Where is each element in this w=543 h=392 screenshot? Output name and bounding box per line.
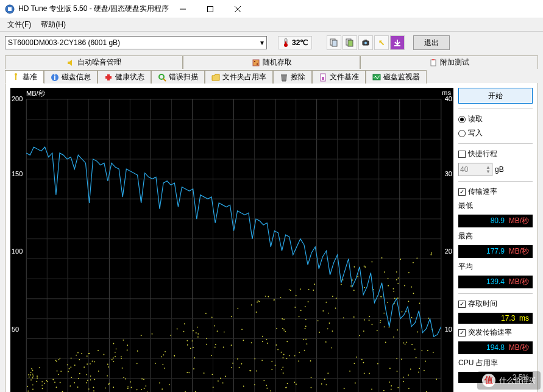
write-radio[interactable]: 写入: [458, 128, 533, 138]
svg-point-390: [213, 387, 214, 388]
svg-point-287: [232, 363, 233, 364]
tab-health[interactable]: 健康状态: [98, 70, 151, 84]
menu-file[interactable]: 文件(F): [2, 18, 36, 31]
tab-extra[interactable]: 附加测试: [360, 55, 538, 69]
svg-point-177: [58, 374, 59, 375]
transfer-rate-checkbox[interactable]: ✓传输速率: [458, 187, 533, 197]
svg-point-360: [391, 385, 392, 387]
tab-monitor[interactable]: 磁盘监视器: [366, 70, 427, 84]
svg-point-108: [77, 352, 79, 354]
tab-folder[interactable]: 文件夹占用率: [205, 70, 273, 84]
svg-point-163: [115, 356, 116, 357]
svg-point-180: [275, 365, 276, 366]
access-time-checkbox[interactable]: ✓存取时间: [458, 299, 533, 309]
svg-point-456: [408, 272, 410, 273]
burst-rate-checkbox[interactable]: ✓突发传输速率: [458, 327, 533, 338]
svg-point-207: [105, 387, 106, 388]
short-stroke-checkbox[interactable]: 快捷行程: [458, 149, 533, 159]
svg-point-243: [88, 388, 90, 390]
speaker-icon: [66, 59, 75, 67]
svg-point-428: [304, 350, 305, 351]
svg-point-88: [164, 368, 165, 369]
svg-point-190: [107, 376, 108, 377]
svg-point-99: [42, 388, 43, 389]
svg-point-285: [311, 387, 312, 388]
svg-point-448: [389, 368, 391, 369]
svg-point-212: [325, 302, 327, 303]
svg-point-305: [29, 377, 30, 378]
svg-point-358: [206, 344, 207, 345]
svg-point-412: [92, 361, 93, 362]
svg-point-187: [41, 381, 43, 382]
svg-point-128: [159, 382, 160, 383]
tab-random[interactable]: 随机存取: [183, 55, 361, 69]
svg-point-160: [94, 379, 95, 380]
chevron-down-icon: ▾: [260, 38, 264, 47]
close-button[interactable]: [224, 0, 251, 18]
svg-point-271: [364, 287, 365, 288]
svg-point-107: [193, 347, 194, 348]
svg-point-83: [329, 323, 330, 324]
svg-rect-3: [207, 6, 213, 12]
svg-point-361: [257, 302, 258, 303]
svg-point-159: [290, 290, 291, 291]
svg-point-417: [404, 285, 405, 287]
svg-point-245: [336, 298, 337, 299]
checkbox-icon: ✓: [458, 301, 466, 308]
temperature-display: 32℃: [278, 36, 312, 49]
tab-filebench[interactable]: 文件基准: [312, 70, 366, 84]
svg-point-176: [263, 380, 264, 381]
svg-point-450: [305, 339, 307, 340]
exit-button[interactable]: 退出: [413, 35, 450, 50]
svg-point-211: [314, 283, 315, 285]
svg-point-93: [335, 308, 336, 309]
svg-point-106: [305, 319, 307, 320]
copy-info-icon[interactable]: [327, 35, 341, 50]
avg-value: 139.4 MB/秒: [458, 276, 533, 288]
svg-point-104: [104, 354, 105, 355]
menu-help[interactable]: 帮助(H): [36, 18, 71, 31]
dice-icon: [252, 59, 260, 67]
tab-erase[interactable]: 擦除: [273, 70, 312, 84]
svg-point-69: [294, 307, 296, 308]
svg-point-213: [322, 310, 324, 312]
read-radio[interactable]: 读取: [458, 114, 533, 124]
svg-point-206: [285, 331, 286, 332]
svg-point-142: [112, 359, 113, 360]
svg-point-377: [319, 332, 320, 333]
save-icon[interactable]: [390, 35, 405, 50]
svg-point-101: [289, 289, 290, 290]
minimize-button[interactable]: [169, 0, 196, 18]
svg-point-354: [55, 360, 56, 361]
svg-point-171: [184, 323, 185, 324]
svg-point-279: [145, 385, 146, 387]
save-screenshot-icon[interactable]: [358, 35, 373, 50]
svg-point-275: [220, 378, 221, 379]
drive-select[interactable]: ST6000DM003-2CY186 (6001 gB) ▾: [5, 36, 267, 49]
tab-info[interactable]: i磁盘信息: [44, 70, 98, 84]
options-icon[interactable]: [374, 35, 389, 50]
svg-point-119: [389, 382, 390, 383]
svg-text:i: i: [54, 73, 55, 82]
svg-point-307: [381, 296, 382, 298]
svg-point-350: [78, 378, 79, 379]
svg-point-219: [353, 316, 355, 318]
svg-point-244: [56, 387, 57, 388]
monitor-icon: [372, 73, 381, 82]
tab-errorscan[interactable]: 错误扫描: [151, 70, 205, 84]
svg-point-231: [397, 371, 398, 372]
svg-point-280: [305, 328, 306, 329]
svg-rect-20: [431, 60, 436, 66]
short-stroke-spinner[interactable]: 40▲▼: [458, 163, 492, 176]
svg-point-144: [155, 363, 156, 364]
start-button[interactable]: 开始: [458, 88, 533, 104]
checkbox-icon: ✓: [458, 188, 466, 196]
svg-point-376: [371, 262, 372, 263]
maximize-button[interactable]: [196, 0, 224, 18]
copy-screenshot-icon[interactable]: [342, 35, 357, 50]
tab-benchmark[interactable]: 基准: [5, 70, 44, 84]
tab-noise[interactable]: 自动噪音管理: [5, 55, 183, 69]
svg-point-201: [60, 371, 62, 372]
svg-point-432: [405, 343, 406, 344]
svg-point-111: [83, 366, 85, 368]
